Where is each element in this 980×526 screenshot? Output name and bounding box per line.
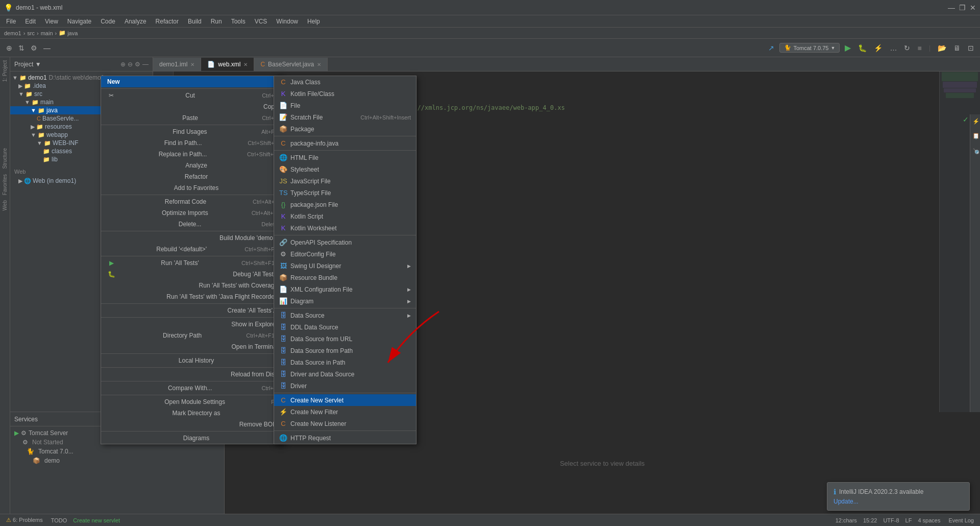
run-configuration[interactable]: 🐈 Tomcat 7.0.75 ▼	[779, 43, 840, 53]
menu-help[interactable]: Help	[303, 17, 324, 26]
sidebar-structure-icon[interactable]: Structure	[1, 147, 9, 170]
sub-http-request[interactable]: 🌐 HTTP Request	[274, 432, 416, 444]
sidebar-web-icon[interactable]: Web	[1, 199, 9, 211]
menu-window[interactable]: Window	[272, 17, 302, 26]
ctx-optimize[interactable]: Optimize Imports Ctrl+Alt+O	[101, 207, 284, 219]
sub-create-listener[interactable]: C Create New Listener	[274, 418, 416, 429]
maximize-button[interactable]: ❐	[959, 4, 966, 12]
tab-close-icon[interactable]: ✕	[190, 62, 194, 67]
sub-swing-ui[interactable]: 🖼 Swing UI Designer	[274, 260, 416, 272]
sub-ddl-datasource[interactable]: 🗄 DDL Data Source	[274, 321, 416, 333]
sub-file[interactable]: 📄 File	[274, 100, 416, 111]
sub-packagejson[interactable]: {} package.json File	[274, 199, 416, 210]
ctx-mark-directory[interactable]: Mark Directory as	[101, 408, 284, 419]
status-problems-button[interactable]: ⚠ 6: Problems	[4, 517, 45, 523]
ctx-refactor[interactable]: Refactor	[101, 171, 284, 182]
breadcrumb-part[interactable]: 📁java	[59, 30, 78, 36]
more-run-button[interactable]: …	[888, 43, 899, 53]
ctx-replace-path[interactable]: Replace in Path... Ctrl+Shift+R	[101, 149, 284, 160]
sub-typescript[interactable]: TS TypeScript File	[274, 187, 416, 199]
menu-edit[interactable]: Edit	[21, 17, 40, 26]
sub-xml-config[interactable]: 📄 XML Configuration File	[274, 283, 416, 295]
expand-all-icon[interactable]: ⊕	[120, 61, 126, 68]
window-mode-button[interactable]: ⊡	[966, 43, 976, 53]
tab-baseservlet[interactable]: C BaseServlet.java ✕	[254, 58, 328, 71]
collapse-button[interactable]: —	[41, 43, 53, 53]
sub-data-source[interactable]: 🗄 Data Source	[274, 309, 416, 321]
breadcrumb-part[interactable]: main	[41, 30, 53, 36]
sub-html[interactable]: 🌐 HTML File	[274, 152, 416, 163]
ctx-reload[interactable]: Reload from Disk	[101, 369, 284, 380]
menu-build[interactable]: Build	[184, 17, 206, 26]
settings-button[interactable]: ⚙	[29, 43, 39, 53]
stop-button[interactable]: ■	[915, 43, 923, 53]
settings-icon[interactable]: ⚙	[135, 61, 140, 68]
tab-demo1iml[interactable]: demo1.iml ✕	[153, 58, 201, 71]
ctx-show-explorer[interactable]: Show in Explorer	[101, 319, 284, 330]
ctx-open-terminal[interactable]: Open in Terminal	[101, 341, 284, 352]
ctx-run-tests[interactable]: ▶ Run 'All Tests' Ctrl+Shift+F10	[101, 257, 284, 269]
sort-button[interactable]: ⇅	[16, 43, 27, 53]
sub-diagram[interactable]: 📊 Diagram	[274, 295, 416, 307]
ctx-analyze[interactable]: Analyze	[101, 160, 284, 171]
sidebar-right-icon[interactable]: ⚡	[971, 116, 979, 127]
sidebar-project-icon[interactable]: 1: Project	[1, 59, 9, 83]
ctx-paste[interactable]: Paste Ctrl+V	[101, 112, 284, 124]
debug-button[interactable]: 🐛	[856, 43, 869, 53]
sub-driver-datasource[interactable]: 🗄 Driver and Data Source	[274, 368, 416, 380]
menu-run[interactable]: Run	[207, 17, 226, 26]
collapse-all-icon[interactable]: ⊖	[128, 61, 133, 68]
ctx-copy[interactable]: Copy	[101, 101, 284, 112]
ctx-new[interactable]: New	[101, 76, 284, 87]
sidebar-favorites-icon[interactable]: Favorites	[1, 173, 9, 196]
ctx-delete[interactable]: Delete... Delete	[101, 219, 284, 230]
open-in-button[interactable]: 📂	[936, 43, 948, 53]
ctx-find-usages[interactable]: Find Usages Alt+F7	[101, 126, 284, 137]
ctx-diagrams[interactable]: Diagrams	[101, 433, 284, 444]
ctx-local-history[interactable]: Local History	[101, 355, 284, 366]
sub-package[interactable]: 📦 Package	[274, 123, 416, 135]
ctx-run-flight[interactable]: Run 'All Tests' with 'Java Flight Record…	[101, 291, 284, 302]
menu-view[interactable]: View	[41, 17, 62, 26]
notification-link[interactable]: Update...	[834, 498, 963, 505]
menu-navigate[interactable]: Navigate	[63, 17, 95, 26]
sidebar-right-icon3[interactable]: 🔍	[971, 146, 979, 157]
sub-kotlin-script[interactable]: K Kotlin Script	[274, 210, 416, 222]
sub-openapi[interactable]: 🔗 OpenAPI Specification	[274, 236, 416, 248]
menu-tools[interactable]: Tools	[227, 17, 250, 26]
ctx-run-coverage[interactable]: Run 'All Tests' with Coverage	[101, 280, 284, 291]
sub-kotlin-file[interactable]: K Kotlin File/Class	[274, 88, 416, 100]
sub-scratch[interactable]: 📝 Scratch File Ctrl+Alt+Shift+Insert	[274, 111, 416, 123]
ctx-remove-bom[interactable]: Remove BOM	[101, 419, 284, 430]
sub-datasource-in-path[interactable]: 🗄 Data Source in Path	[274, 356, 416, 368]
run-button[interactable]: ▶	[843, 42, 853, 54]
ctx-cut[interactable]: ✂ Cut Ctrl+X	[101, 90, 284, 101]
sub-driver[interactable]: 🗄 Driver	[274, 380, 416, 392]
breadcrumb-part[interactable]: demo1	[4, 30, 21, 36]
sub-datasource-path[interactable]: 🗄 Data Source from Path	[274, 345, 416, 356]
minimize-button[interactable]: —	[948, 4, 955, 12]
ctx-add-favorites[interactable]: Add to Favorites	[101, 182, 284, 194]
ctx-find-path[interactable]: Find in Path... Ctrl+Shift+F	[101, 137, 284, 149]
sub-create-filter[interactable]: ⚡ Create New Filter	[274, 406, 416, 418]
sub-create-servlet[interactable]: C Create New Servlet	[274, 394, 416, 406]
svc-item-tomcat7[interactable]: 🐈 Tomcat 7.0...	[10, 447, 224, 456]
ctx-compare[interactable]: Compare With... Ctrl+D	[101, 382, 284, 394]
sub-datasource-url[interactable]: 🗄 Data Source from URL	[274, 333, 416, 345]
menu-file[interactable]: File	[2, 17, 20, 26]
ctx-build-module[interactable]: Build Module 'demo1'	[101, 232, 284, 244]
ctx-rebuild[interactable]: Rebuild '<default>' Ctrl+Shift+F9	[101, 244, 284, 255]
status-todo-button[interactable]: TODO	[49, 517, 69, 523]
reload-button[interactable]: ↻	[902, 43, 912, 53]
external-tool-button[interactable]: ↗	[766, 43, 776, 53]
ide-button[interactable]: 🖥	[951, 43, 963, 53]
breadcrumb-part[interactable]: src	[27, 30, 35, 36]
ctx-create-tests[interactable]: Create 'All Tests'...	[101, 305, 284, 316]
sub-stylesheet[interactable]: 🎨 Stylesheet	[274, 163, 416, 175]
sub-java-class[interactable]: C Java Class	[274, 76, 416, 88]
ctx-directory-path[interactable]: Directory Path Ctrl+Alt+F12	[101, 330, 284, 341]
tab-close-icon[interactable]: ✕	[243, 62, 248, 67]
tab-close-icon[interactable]: ✕	[317, 62, 321, 67]
ctx-reformat[interactable]: Reformat Code Ctrl+Alt+L	[101, 196, 284, 207]
sub-editorconfig[interactable]: ⚙ EditorConfig File	[274, 248, 416, 260]
